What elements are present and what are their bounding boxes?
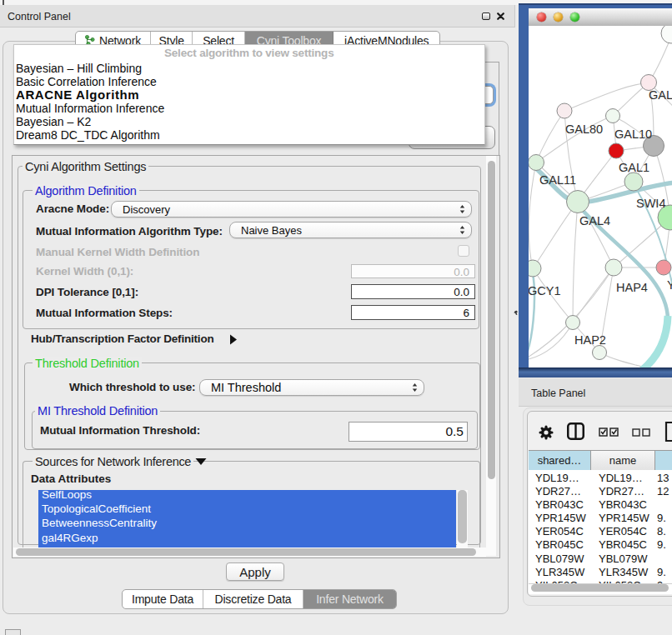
svg-text:HAP2: HAP2 — [574, 333, 606, 347]
svg-text:HAP4: HAP4 — [616, 281, 648, 294]
svg-text:GAL2: GAL2 — [649, 88, 672, 102]
svg-text:GAL4: GAL4 — [579, 214, 610, 228]
svg-text:GAL1: GAL1 — [619, 161, 649, 174]
svg-text:Y: Y — [667, 278, 672, 292]
svg-text:SWI4: SWI4 — [636, 197, 665, 210]
svg-text:GAL10: GAL10 — [614, 128, 652, 141]
svg-text:GAL80: GAL80 — [565, 122, 603, 136]
svg-text:GCY1: GCY1 — [529, 284, 561, 298]
svg-text:GAL11: GAL11 — [539, 173, 576, 187]
